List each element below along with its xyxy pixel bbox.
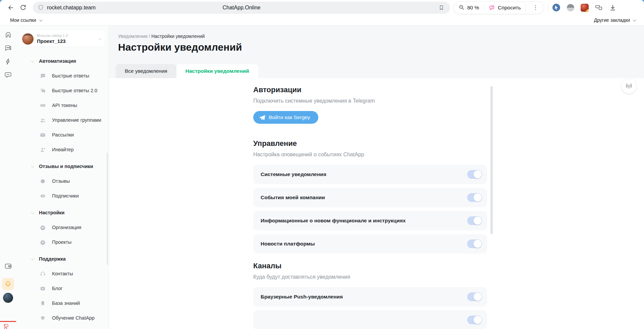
bell-icon[interactable] (2, 278, 14, 290)
red-logo-icon (3, 323, 10, 329)
tab-groups-icon[interactable] (594, 3, 603, 12)
broadcast-icon (625, 82, 633, 90)
toggle-label: Браузерные Push-уведомления (261, 294, 343, 300)
gear-icon (40, 225, 46, 230)
sidebar-item-quick-replies-2[interactable]: Быстрые ответы 2.0 (16, 83, 109, 98)
cursor-extension-icon[interactable] (552, 3, 561, 12)
section-heading: Каналы (253, 262, 487, 270)
sidebar-item-inviter[interactable]: Инвайтер (16, 142, 109, 157)
address-bar[interactable]: rocket.chatapp.team ChatApp.Online (33, 2, 450, 14)
reload-button[interactable] (17, 2, 29, 14)
bookmarks-other[interactable]: Другие закладки (594, 17, 635, 23)
sidebar-item-api-tokens[interactable]: API токены (16, 98, 109, 113)
chevron-down-icon (31, 59, 34, 62)
sidebar-item-projects[interactable]: Проекты (16, 235, 109, 250)
sidebar-sections: АвтоматизацияБыстрые ответыБыстрые ответ… (16, 54, 109, 325)
divider (548, 4, 548, 11)
avatar-extension-icon[interactable] (580, 3, 589, 12)
sidebar-item-blog[interactable]: Блог (16, 281, 109, 296)
downloads-icon[interactable] (608, 3, 617, 12)
section-subheading: Куда будут доставляться уведомления (253, 274, 487, 280)
chevron-down-icon (31, 257, 34, 260)
back-button[interactable] (5, 2, 17, 14)
project-subtitle: Moscow calling 1.0 (37, 34, 68, 38)
sidebar-item-label: Инвайтер (52, 147, 74, 152)
browser-controls-pill: 80 % Спросить ⋮ (453, 1, 544, 14)
sidebar-item-label: API токены (52, 103, 77, 108)
tab-notification-settings[interactable]: Настройки уведомлений (176, 64, 258, 78)
bookmarks-my-links[interactable]: Мои ссылки (10, 17, 42, 23)
toggle-switch-browser-push[interactable] (467, 292, 482, 301)
users-icon (40, 117, 46, 123)
toggle-switch-feature-info[interactable] (467, 216, 482, 225)
toggle-row-platform-news: Новости платформы (253, 234, 487, 254)
ask-label: Спросить (498, 5, 521, 11)
zoom-control[interactable]: 80 % (459, 4, 479, 11)
toggle-row-system-notifications: Системные уведомления (253, 165, 487, 184)
mail-icon (40, 132, 46, 138)
sidebar-item-group-management[interactable]: Управление группами (16, 113, 109, 127)
content-scrollbar[interactable] (490, 86, 493, 234)
sidebar-section-label: Автоматизация (39, 58, 76, 64)
sidebar-item-quick-replies[interactable]: Быстрые ответы (16, 68, 109, 83)
telegram-plane-icon (259, 114, 265, 121)
eye-icon (40, 193, 46, 199)
sidebar-item-label: Проекты (52, 239, 71, 245)
badge-icon (40, 178, 46, 184)
lightning-icon[interactable] (4, 57, 12, 65)
chats-icon (40, 88, 46, 94)
broadcast-button[interactable] (622, 79, 636, 94)
sidebar-item-contacts[interactable]: Контакты (16, 266, 109, 281)
chats-icon[interactable] (4, 44, 12, 52)
sidebar-section-automation[interactable]: Автоматизация (16, 54, 109, 68)
extensions-row (552, 3, 617, 12)
icon-rail-bottom (2, 262, 14, 329)
chevron-down-icon (633, 18, 636, 21)
ask-ai-button[interactable]: Спросить (489, 4, 521, 11)
sidebar-item-newsletters[interactable]: Рассылки (16, 127, 109, 142)
section-authorizations: Авторизации Подключить системные уведомл… (253, 86, 487, 139)
kebab-menu-icon[interactable]: ⋮ (531, 4, 540, 11)
sidebar-item-label: Контакты (52, 271, 73, 276)
toggle-row-browser-push: Браузерные Push-уведомления (253, 287, 487, 307)
telegram-login-button[interactable]: Войти как Sergey (253, 111, 318, 124)
sidebar-section-settings[interactable]: Настройки (16, 205, 109, 220)
breadcrumb-notifications[interactable]: Уведомления (118, 34, 148, 39)
home-icon[interactable] (4, 31, 12, 39)
section-heading: Авторизации (253, 86, 487, 94)
sidebar-section-label: Поддержка (39, 256, 66, 262)
bookmark-flag-button[interactable] (437, 3, 446, 12)
tab-all-notifications[interactable]: Все уведомления (116, 64, 176, 78)
section-heading: Управление (253, 139, 487, 148)
user-avatar[interactable] (3, 293, 13, 303)
sidebar-section-label: Отзывы и подписчики (39, 164, 93, 169)
sidebar-section-support[interactable]: Поддержка (16, 252, 109, 266)
toggle-row-company-events: События моей компании (253, 188, 487, 207)
bookmark-icon (438, 5, 444, 11)
wallet-icon[interactable] (4, 262, 12, 270)
sidebar-section-reviews-subscribers[interactable]: Отзывы и подписчики (16, 159, 109, 174)
bookmark-icon (40, 300, 46, 306)
channels-toggle-list: Браузерные Push-уведомления (253, 287, 487, 307)
sidebar-item-chatapp-training[interactable]: Обучение ChatApp (16, 311, 109, 325)
sidebar-item-organization[interactable]: Организация (16, 220, 109, 235)
toggle-switch[interactable] (467, 316, 482, 324)
browser-toolbar: rocket.chatapp.team ChatApp.Online 80 % … (0, 0, 644, 15)
sidebar-item-knowledge-base[interactable]: База знаний (16, 296, 109, 311)
sidebar-item-label: Управление группами (52, 117, 101, 123)
project-switcher[interactable]: Moscow calling 1.0 Проект_123 (19, 31, 105, 47)
sidebar-item-label: Быстрые ответы (52, 73, 89, 78)
sidebar-item-subscribers[interactable]: Подписчики (16, 188, 109, 203)
sidebar-item-label: Организация (52, 225, 81, 230)
sidebar-scrollbar[interactable] (107, 153, 108, 265)
toggle-switch-system-notifications[interactable] (467, 170, 482, 179)
sidebar: Moscow calling 1.0 Проект_123 Автоматиза… (16, 25, 109, 329)
toggle-switch-company-events[interactable] (467, 193, 482, 202)
toggle-switch-platform-news[interactable] (467, 239, 482, 248)
chat-wave-icon[interactable] (4, 71, 12, 79)
sidebar-item-label: База знаний (52, 300, 80, 306)
halfmoon-extension-icon[interactable] (566, 3, 575, 12)
main-header: Уведомления / Настройки уведомлений Наст… (109, 25, 644, 78)
sidebar-item-reviews[interactable]: Отзывы (16, 174, 109, 188)
zoom-out-icon (459, 4, 465, 11)
